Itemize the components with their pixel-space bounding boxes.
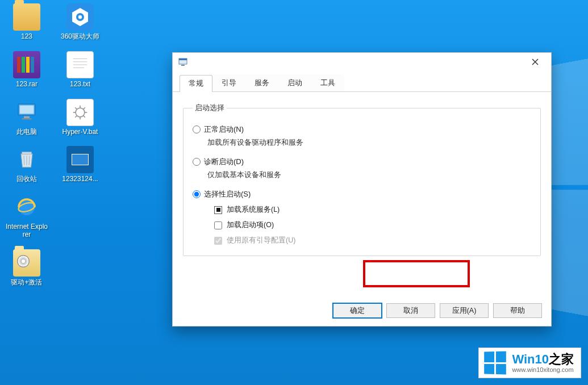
checkbox-load-system-services[interactable]: 加载系统服务(L) bbox=[214, 205, 531, 215]
svg-rect-2 bbox=[24, 116, 30, 118]
group-legend: 启动选择 bbox=[193, 103, 227, 113]
checkbox-use-original-boot: 使用原有引导配置(U) bbox=[214, 236, 531, 245]
icon-label: 360驱动大师 bbox=[61, 33, 99, 41]
ok-button[interactable]: 确定 bbox=[333, 303, 382, 318]
recycle-bin-icon bbox=[15, 148, 38, 171]
desktop-icon-recycle-bin[interactable]: 回收站 bbox=[5, 146, 49, 183]
textfile-icon bbox=[68, 53, 92, 77]
radio-diagnostic-startup[interactable]: 诊断启动(D) bbox=[193, 157, 531, 167]
svg-line-23 bbox=[84, 115, 85, 117]
svg-rect-4 bbox=[22, 152, 32, 154]
desktop-icon-rar[interactable]: 123.rar bbox=[5, 51, 49, 89]
svg-line-24 bbox=[84, 107, 85, 109]
tab-general[interactable]: 常规 bbox=[180, 75, 212, 92]
desktop-icon-bat[interactable]: Hyper-V.bat bbox=[58, 99, 102, 136]
tab-services[interactable]: 服务 bbox=[245, 74, 278, 91]
chk-startup-label: 加载启动项(O) bbox=[227, 220, 274, 230]
radio-normal-label: 正常启动(N) bbox=[204, 124, 244, 135]
close-icon bbox=[532, 58, 539, 65]
desktop-icon-txt[interactable]: 123.txt bbox=[58, 51, 102, 89]
desktop-icon-folder-123[interactable]: 123 bbox=[5, 3, 49, 41]
icon-label: 123.txt bbox=[70, 81, 90, 89]
icon-label: 驱动+激活 bbox=[11, 279, 42, 287]
svg-point-17 bbox=[76, 108, 85, 117]
titlebar[interactable] bbox=[173, 53, 551, 71]
help-button[interactable]: 帮助 bbox=[493, 303, 542, 318]
radio-diagnostic-label: 诊断启动(D) bbox=[204, 157, 244, 167]
hexagon-gear-icon bbox=[70, 7, 90, 27]
icon-label: 123 bbox=[21, 33, 32, 41]
radio-selective-input[interactable] bbox=[193, 190, 201, 198]
radio-selective-startup[interactable]: 选择性启动(S) bbox=[193, 189, 531, 199]
diag-desc: 仅加载基本设备和服务 bbox=[207, 170, 531, 180]
icon-label: 123.rar bbox=[16, 81, 37, 89]
icon-label: Hyper-V.bat bbox=[62, 128, 98, 136]
svg-point-12 bbox=[78, 15, 82, 19]
close-button[interactable] bbox=[526, 55, 544, 69]
dialog-buttons-row: 确定 取消 应用(A) 帮助 bbox=[333, 303, 542, 318]
tab-tools[interactable]: 工具 bbox=[311, 74, 344, 91]
chk-startup-input[interactable] bbox=[214, 221, 222, 229]
chk-boot-label: 使用原有引导配置(U) bbox=[227, 236, 295, 245]
tab-boot[interactable]: 引导 bbox=[212, 74, 245, 91]
desktop-icon-internet-explorer[interactable]: Internet Explorer bbox=[5, 194, 49, 239]
icon-label: 此电脑 bbox=[16, 128, 37, 136]
cancel-button[interactable]: 取消 bbox=[386, 303, 435, 318]
svg-line-22 bbox=[75, 107, 77, 109]
desktop-icon-driver-activate[interactable]: 驱动+激活 bbox=[5, 249, 49, 287]
checkbox-load-startup-items[interactable]: 加载启动项(O) bbox=[214, 220, 531, 230]
msconfig-dialog: 常规 引导 服务 启动 工具 启动选择 正常启动(N) 加载所有设备驱动程序和服… bbox=[172, 52, 552, 327]
icon-label: 回收站 bbox=[16, 175, 37, 183]
icon-label: Internet Explorer bbox=[5, 223, 49, 239]
watermark-title: Win10之家 bbox=[512, 353, 574, 366]
monitor-icon bbox=[15, 101, 38, 124]
highlight-rectangle-annotation bbox=[363, 260, 470, 287]
gear-icon bbox=[68, 101, 92, 124]
svg-rect-3 bbox=[22, 118, 32, 120]
radio-diagnostic-input[interactable] bbox=[193, 158, 201, 166]
indeterminate-checkbox-icon bbox=[214, 206, 222, 214]
radio-normal-startup[interactable]: 正常启动(N) bbox=[193, 124, 531, 135]
icon-label: 12323124... bbox=[62, 175, 98, 183]
general-panel: 启动选择 正常启动(N) 加载所有设备驱动程序和服务 诊断启动(D) 仅加载基本… bbox=[173, 92, 551, 265]
svg-rect-1 bbox=[20, 105, 34, 114]
watermark: Win10之家 www.win10xitong.com bbox=[478, 348, 581, 378]
ie-icon bbox=[15, 195, 39, 219]
radio-normal-input[interactable] bbox=[193, 125, 201, 133]
desktop-icon-this-pc[interactable]: 此电脑 bbox=[5, 99, 49, 136]
svg-rect-27 bbox=[179, 58, 187, 60]
chk-boot-input bbox=[214, 237, 222, 245]
app-icon bbox=[178, 57, 187, 66]
radio-selective-label: 选择性启动(S) bbox=[204, 189, 251, 199]
watermark-url: www.win10xitong.com bbox=[512, 366, 574, 373]
normal-desc: 加载所有设备驱动程序和服务 bbox=[207, 138, 531, 148]
startup-selection-group: 启动选择 正常启动(N) 加载所有设备驱动程序和服务 诊断启动(D) 仅加载基本… bbox=[183, 103, 541, 256]
tabstrip: 常规 引导 服务 启动 工具 bbox=[173, 71, 551, 92]
watermark-logo-icon bbox=[485, 351, 507, 374]
apply-button[interactable]: 应用(A) bbox=[440, 303, 489, 318]
desktop-icon-img[interactable]: 12323124... bbox=[58, 146, 102, 183]
svg-rect-28 bbox=[181, 65, 185, 66]
chk-services-label: 加载系统服务(L) bbox=[227, 205, 280, 215]
tab-startup[interactable]: 启动 bbox=[278, 74, 311, 91]
svg-line-25 bbox=[75, 115, 77, 117]
desktop-icon-360-driver[interactable]: 360驱动大师 bbox=[58, 3, 102, 41]
